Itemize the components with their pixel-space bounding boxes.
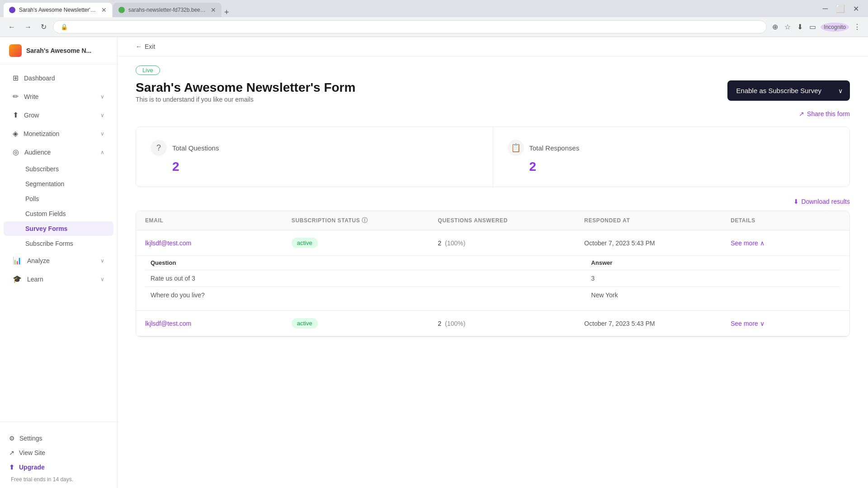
monetization-chevron-icon: ∨ [100,131,104,137]
row2-chevron-down-icon: ∨ [760,320,764,327]
url-input[interactable]: app.beehiiv.com/forms/55993b76-0583-4793… [71,23,759,30]
row2-see-more-label: See more [731,320,758,327]
sidebar-item-view-site[interactable]: ↗ View Site [9,446,108,460]
sidebar-bottom: ⚙ Settings ↗ View Site ⬆ Upgrade Free tr… [0,426,117,488]
back-button[interactable]: ← [5,21,18,33]
main-content: ← Exit Live Sarah's Awesome Newsletter's… [118,37,868,488]
sidebar-item-learn[interactable]: 🎓 Learn ∨ [4,270,113,288]
table-row-main-2: lkjlsdf@test.com active 2 (100%) October… [136,311,849,336]
row2-status: active [292,318,438,328]
row1-chevron-up-icon: ∧ [760,239,764,247]
sidebar-item-label-write: Write [24,93,38,100]
row1-status: active [292,238,438,248]
row2-email-link[interactable]: lkjlsdf@test.com [145,320,191,327]
view-site-icon: ↗ [9,449,14,456]
sidebar-item-label-audience: Audience [24,149,51,156]
menu-icon[interactable]: ⋮ [852,21,863,33]
close-window-button[interactable]: ✕ [851,3,861,15]
new-tab-button[interactable]: + [222,8,232,17]
share-form-link[interactable]: ↗ Share this form [799,110,850,117]
sidebar-item-label-grow: Grow [24,112,39,119]
stats-cards: ? Total Questions 2 📋 Total Responses 2 [136,127,850,187]
answer-1-2: New York [586,287,840,304]
tab-close-2[interactable]: ✕ [211,6,216,14]
view-site-label: View Site [19,449,45,456]
sidebar-item-monetization[interactable]: ◈ Monetization ∨ [4,125,113,142]
browser-action-buttons: ⊕ ☆ ⬇ ▭ Incognito ⋮ [770,21,863,33]
cast-icon[interactable]: ⊕ [770,21,780,33]
sidebar-item-custom-fields[interactable]: Custom Fields [4,206,113,221]
total-responses-header: 📋 Total Responses [508,140,835,156]
header-details: DETAILS [731,216,840,225]
address-bar[interactable]: 🔒 app.beehiiv.com/forms/55993b76-0583-47… [53,20,767,33]
row1-questions-pct: (100%) [445,239,465,247]
detail-row-1-2: Where do you live? New York [145,287,840,304]
sidebar: Sarah's Awesome N... ⊞ Dashboard ✏ Write… [0,37,118,488]
sidebar-item-segmentation[interactable]: Segmentation [4,177,113,191]
dashboard-icon: ⊞ [13,74,19,82]
row2-email: lkjlsdf@test.com [145,319,292,328]
header-questions-answered: QUESTIONS ANSWERED [438,216,585,225]
sidebar-nav: ⊞ Dashboard ✏ Write ∨ ⬆ Grow ∨ ◈ Monetiz… [0,65,117,418]
settings-icon: ⚙ [9,435,15,442]
exit-button[interactable]: ← Exit [136,43,155,50]
detail-table-1: Question Answer Rate us out of 3 3 Where… [145,256,840,303]
download-results-label: Download results [802,198,850,205]
learn-chevron-icon: ∨ [100,276,104,282]
maximize-button[interactable]: ⬜ [834,3,847,15]
bookmark-icon[interactable]: ☆ [783,21,793,33]
table-row-1: lkjlsdf@test.com active 2 (100%) October… [136,230,849,311]
analyze-chevron-icon: ∨ [100,258,104,264]
lock-icon: 🔒 [61,23,68,30]
favicon-active [9,7,15,13]
row2-status-badge: active [292,318,318,328]
sidebar-item-polls[interactable]: Polls [4,192,113,206]
row2-see-more-button[interactable]: See more ∨ [731,320,764,327]
profile-icon[interactable]: Incognito [821,23,849,32]
browser-titlebar: Sarah's Awesome Newsletter's F... ✕ sara… [0,0,868,17]
minimize-button[interactable]: ─ [821,3,830,15]
browser-tab-2[interactable]: sarahs-newsletter-fd732b.beehi... ✕ [113,3,222,17]
upgrade-icon: ⬆ [9,464,14,471]
sidebar-item-write[interactable]: ✏ Write ∨ [4,88,113,105]
subscription-status-info-icon[interactable]: ⓘ [362,216,368,225]
row1-see-more-button[interactable]: See more ∧ [731,239,764,247]
sidebar-divider [0,422,117,422]
tab-close-active[interactable]: ✕ [101,6,107,14]
question-1-2: Where do you live? [145,287,586,304]
total-responses-icon: 📋 [508,140,524,156]
browser-tab-active[interactable]: Sarah's Awesome Newsletter's F... ✕ [4,3,112,17]
refresh-button[interactable]: ↻ [38,21,49,33]
total-responses-value: 2 [508,160,835,174]
enable-survey-button[interactable]: Enable as Subscribe Survey ∨ [727,80,850,101]
sidebar-item-settings[interactable]: ⚙ Settings [9,431,108,446]
row1-email: lkjlsdf@test.com [145,239,292,247]
app-wrapper: Sarah's Awesome N... ⊞ Dashboard ✏ Write… [0,37,868,488]
monetization-icon: ◈ [13,129,18,138]
table-header: EMAIL SUBSCRIPTION STATUS ⓘ QUESTIONS AN… [136,211,849,230]
sidebar-item-survey-forms[interactable]: Survey Forms [4,221,113,236]
row2-questions-pct: (100%) [445,320,465,327]
sidebar-item-audience[interactable]: ◎ Audience ∧ [4,143,113,161]
enable-survey-chevron-icon[interactable]: ∨ [831,81,850,101]
download-icon[interactable]: ⬇ [795,21,805,33]
sidebar-item-dashboard[interactable]: ⊞ Dashboard [4,69,113,87]
share-link-icon: ↗ [799,110,804,117]
download-results-link[interactable]: ⬇ Download results [793,198,850,205]
browser-chrome: Sarah's Awesome Newsletter's F... ✕ sara… [0,0,868,37]
sidebar-item-analyze[interactable]: 📊 Analyze ∨ [4,252,113,269]
row1-email-link[interactable]: lkjlsdf@test.com [145,239,191,247]
sidebar-item-subscribers[interactable]: Subscribers [4,162,113,176]
sidebar-item-grow[interactable]: ⬆ Grow ∨ [4,106,113,124]
form-title-row: Sarah's Awesome Newsletter's Form This i… [136,80,850,103]
total-questions-value: 2 [151,160,478,174]
learn-icon: 🎓 [13,275,22,283]
row1-status-badge: active [292,238,318,248]
device-icon[interactable]: ▭ [807,21,818,33]
sidebar-brand: Sarah's Awesome N... [0,37,117,65]
sidebar-item-subscribe-forms[interactable]: Subscribe Forms [4,236,113,251]
forward-button[interactable]: → [22,21,34,33]
write-icon: ✏ [13,92,19,101]
sidebar-item-upgrade[interactable]: ⬆ Upgrade [9,460,108,474]
total-questions-card: ? Total Questions 2 [136,127,493,187]
